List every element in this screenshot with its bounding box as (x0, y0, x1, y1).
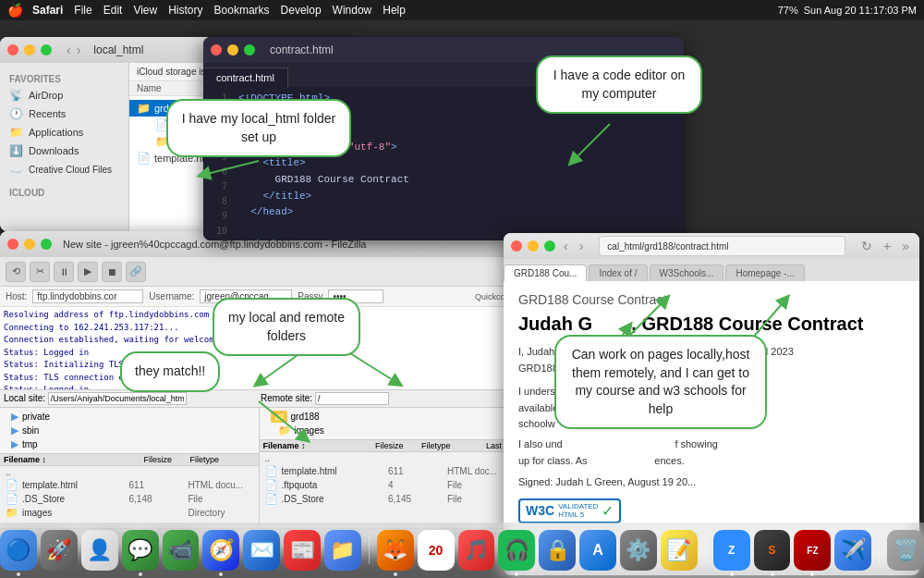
menubar-develop[interactable]: Develop (281, 4, 322, 17)
zoom-icon: Z (728, 544, 735, 557)
fz-local-file-ds-store[interactable]: 📄 .DS_Store 6,148 File (0, 492, 259, 506)
dock-item-messages[interactable]: 💬 (122, 530, 159, 571)
editor-maximize-button[interactable] (244, 44, 255, 55)
menubar-bookmarks[interactable]: Bookmarks (214, 4, 270, 17)
finder-icon: 🔵 (6, 538, 30, 562)
fz-remote-folder-grd188[interactable]: 📁 grd188 (265, 410, 513, 424)
desktop: ‹ › local_html Favorites 📡 AirDrop 🕐 Rec… (0, 20, 924, 578)
fz-minimize-button[interactable] (24, 239, 35, 250)
dock-item-sublime[interactable]: S (754, 530, 791, 571)
fz-local-site-input[interactable] (48, 392, 187, 405)
fz-local-folder-images[interactable]: 📁 images Directory (0, 506, 259, 520)
dock-item-sysprefs[interactable]: ⚙️ (620, 530, 657, 571)
browser-new-tab-button[interactable]: + (881, 239, 894, 253)
dock-item-mail[interactable]: ✉️ (243, 530, 280, 571)
fz-remote-folder-images[interactable]: 📁 images (265, 424, 513, 437)
browser-titlebar: ‹ › cal_html/grd188/contract.html ↻ + » (504, 233, 919, 259)
fz-toolbar-btn-1[interactable]: ⟲ (6, 262, 26, 282)
browser-address-bar[interactable]: cal_html/grd188/contract.html (599, 236, 845, 256)
dock-item-finder[interactable]: 🔵 (0, 530, 37, 571)
fz-toolbar-btn-4[interactable]: ▶ (78, 262, 98, 282)
sidebar-item-downloads[interactable]: ⬇️ Downloads (0, 141, 128, 160)
finder-close-button[interactable] (7, 44, 18, 55)
fz-maximize-button[interactable] (41, 239, 52, 250)
menubar-view[interactable]: View (133, 4, 157, 17)
fz-remote-file-list: .. 📄 template.html 611 HTML doc... 📄 .ft… (260, 452, 518, 506)
fz-toolbar: ⟲ ✂ ⏸ ▶ ⏹ 🔗 (0, 257, 517, 287)
fz-toolbar-btn-3[interactable]: ⏸ (54, 262, 74, 282)
fz-local-file-dotdot[interactable]: .. (0, 466, 259, 478)
dock-item-notes[interactable]: 📝 (661, 530, 698, 571)
fz-remote-file-ds-store[interactable]: 📄 .DS_Store 6,145 File (260, 492, 518, 506)
dock-item-vpn[interactable]: 🔒 (539, 530, 576, 571)
dock-item-files[interactable]: 📁 (324, 530, 361, 571)
editor-close-button[interactable] (211, 44, 222, 55)
sidebar-item-applications[interactable]: 📁 Applications (0, 123, 128, 141)
fz-host-input[interactable] (32, 289, 143, 303)
fz-local-folder-tmp[interactable]: ▶ tmp (6, 437, 253, 451)
dock-item-firefox[interactable]: 🦊 (377, 530, 414, 571)
browser-tab-grd188[interactable]: GRD188 Cou... (504, 264, 587, 281)
editor-window-title: contract.html (270, 43, 334, 56)
dock-item-safari[interactable]: 🧭 (202, 530, 239, 571)
bubble-browser: Can work on pages locally,host them remo… (554, 335, 767, 429)
editor-tab-contract[interactable]: contract.html (203, 68, 288, 87)
w3c-check-icon: ✓ (602, 502, 614, 520)
browser-maximize-button[interactable] (544, 240, 555, 252)
fz-remote-file-ftpquota[interactable]: 📄 .ftpquota 4 File (260, 478, 518, 492)
fz-local-folder-private[interactable]: ▶ private (6, 410, 253, 424)
browser-tab-index[interactable]: Index of / (589, 264, 647, 281)
finder-running-indicator (17, 572, 20, 576)
dock-item-calendar[interactable]: 20 (418, 530, 455, 571)
fz-toolbar-btn-2[interactable]: ✂ (30, 262, 50, 282)
fz-close-button[interactable] (7, 239, 18, 250)
finder-sidebar: Favorites 📡 AirDrop 🕐 Recents 📁 Applicat… (0, 63, 129, 231)
menubar-edit[interactable]: Edit (103, 4, 123, 17)
fz-toolbar-btn-6[interactable]: 🔗 (126, 262, 146, 282)
dock-item-launchpad[interactable]: 🚀 (41, 530, 78, 571)
finder-back-icon[interactable]: ‹ (67, 43, 71, 57)
folder-icon-local-images: 📁 (6, 507, 18, 519)
menubar-window[interactable]: Window (333, 4, 372, 17)
html-file-icon-local-template: 📄 (6, 479, 18, 491)
sidebar-item-recents[interactable]: 🕐 Recents (0, 105, 128, 123)
browser-back-button[interactable]: ‹ (561, 239, 571, 253)
menubar-file[interactable]: File (74, 4, 91, 17)
fz-local-file-template[interactable]: 📄 template.html 611 HTML docu... (0, 478, 259, 492)
dock-item-news[interactable]: 📰 (284, 530, 321, 571)
dock-item-airmail[interactable]: ✈️ (834, 530, 871, 571)
fz-remote-file-dotdot[interactable]: .. (260, 452, 518, 464)
finder-minimize-button[interactable] (24, 44, 35, 55)
bubble-browser-text: Can work on pages locally,host them remo… (572, 347, 750, 416)
browser-more-button[interactable]: » (899, 239, 912, 253)
fz-local-folder-sbin[interactable]: ▶ sbin (6, 424, 253, 437)
dock-item-contacts[interactable]: 👤 (81, 530, 118, 571)
browser-forward-button[interactable]: › (577, 239, 587, 253)
menubar-history[interactable]: History (168, 4, 202, 17)
browser-minimize-button[interactable] (528, 240, 539, 252)
browser-tab-w3schools[interactable]: W3Schools... (650, 264, 724, 281)
dock-item-facetime[interactable]: 📹 (163, 530, 200, 571)
editor-minimize-button[interactable] (227, 44, 238, 55)
finder-maximize-button[interactable] (41, 44, 52, 55)
apple-menu-icon[interactable]: 🍎 (7, 3, 23, 18)
dock-item-filezilla[interactable]: FZ (794, 530, 831, 571)
finder-forward-icon[interactable]: › (77, 43, 81, 57)
menubar-safari[interactable]: Safari (32, 4, 63, 17)
vpn-icon: 🔒 (545, 538, 570, 562)
dock-item-spotify[interactable]: 🎧 (498, 530, 535, 571)
menubar-help[interactable]: Help (383, 4, 406, 17)
dock-item-appstore[interactable]: A (579, 530, 616, 571)
browser-tab-homepage[interactable]: Homepage -... (725, 264, 804, 281)
fz-remote-site-input[interactable] (315, 392, 389, 405)
sidebar-item-creative-cloud[interactable]: ☁️ Creative Cloud Files (0, 160, 128, 178)
sidebar-item-airdrop[interactable]: 📡 AirDrop (0, 86, 128, 105)
dock-item-trash[interactable]: 🗑️ (887, 530, 924, 571)
fz-toolbar-btn-5[interactable]: ⏹ (102, 262, 122, 282)
dock-item-music[interactable]: 🎵 (458, 530, 495, 571)
fz-remote-file-template[interactable]: 📄 template.html 611 HTML doc... (260, 464, 518, 478)
browser-reload-button[interactable]: ↻ (858, 239, 875, 253)
fz-remote-filetype-col: Filetype (421, 441, 486, 450)
dock-item-zoom[interactable]: Z (713, 530, 750, 571)
browser-close-button[interactable] (511, 240, 522, 252)
